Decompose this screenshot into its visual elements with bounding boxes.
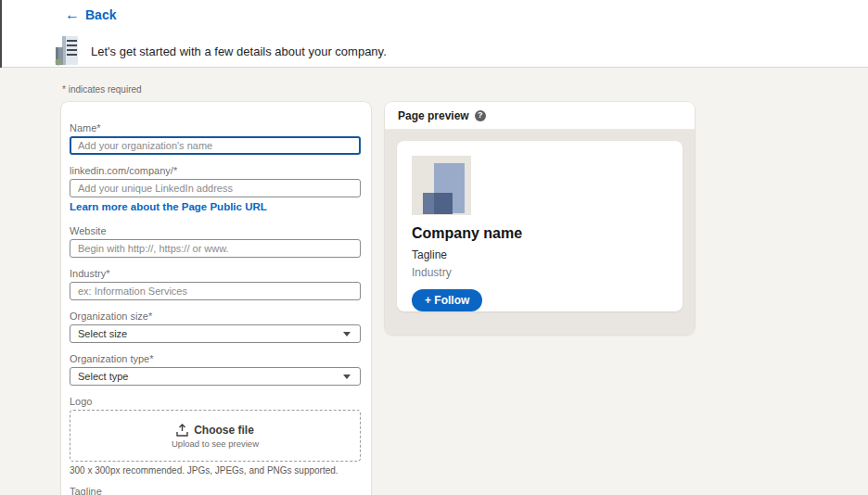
name-label: Name* (70, 122, 361, 133)
preview-body: Company name Tagline Industry + Follow (385, 130, 695, 335)
name-field: Name* (70, 122, 361, 155)
choose-file-button[interactable]: Choose file (194, 424, 254, 437)
chevron-down-icon (343, 332, 351, 336)
organization-size-select[interactable]: Select size (70, 324, 361, 343)
logo-label: Logo (70, 396, 361, 407)
back-arrow-icon: ← (65, 7, 80, 22)
organization-size-label: Organization size* (70, 311, 361, 322)
industry-input[interactable] (70, 282, 361, 300)
back-label: Back (85, 7, 116, 22)
upload-hint: Upload to see preview (172, 438, 259, 449)
back-button[interactable]: ← Back (65, 7, 116, 22)
logo-helper-text: 300 x 300px recommended. JPGs, JPEGs, an… (70, 465, 361, 476)
window-edge (0, 0, 2, 68)
organization-size-field: Organization size* Select size (70, 311, 361, 343)
logo-upload-dropzone[interactable]: Choose file Upload to see preview (70, 410, 361, 462)
logo-shape-overlap (434, 193, 453, 214)
industry-label: Industry* (70, 268, 361, 279)
company-building-icon (54, 35, 80, 67)
tagline-field: Tagline (70, 486, 361, 495)
logo-field: Logo Choose file Upload to see preview 3… (70, 396, 361, 476)
linkedin-url-field: linkedin.com/company/* (70, 165, 361, 197)
industry-field: Industry* (70, 268, 361, 300)
linkedin-url-input[interactable] (70, 179, 361, 197)
required-note: * indicates required (62, 84, 142, 95)
website-field: Website (70, 225, 361, 258)
organization-type-select[interactable]: Select type (70, 367, 361, 386)
organization-type-value: Select type (78, 371, 128, 382)
linkedin-url-label: linkedin.com/company/* (70, 165, 361, 176)
preview-title: Page preview (398, 109, 469, 122)
follow-button[interactable]: + Follow (412, 289, 482, 311)
upload-icon (176, 424, 188, 437)
organization-type-field: Organization type* Select type (70, 353, 361, 386)
preview-industry: Industry (412, 266, 668, 279)
website-label: Website (70, 225, 361, 236)
preview-header: Page preview ? (385, 102, 695, 130)
company-details-form: Name* linkedin.com/company/* Learn more … (61, 102, 371, 495)
public-url-link[interactable]: Learn more about the Page Public URL (70, 201, 267, 212)
company-preview-card: Company name Tagline Industry + Follow (397, 141, 683, 311)
name-input[interactable] (70, 136, 361, 155)
page-preview-panel: Page preview ? Company name Tagline Indu… (385, 102, 695, 335)
tagline-label: Tagline (70, 486, 361, 495)
preview-company-name: Company name (412, 225, 668, 242)
page-title: Let's get started with a few details abo… (91, 44, 387, 58)
organization-size-value: Select size (78, 328, 127, 339)
website-input[interactable] (70, 239, 361, 258)
help-icon[interactable]: ? (475, 110, 486, 121)
company-logo-placeholder (412, 156, 471, 215)
header-row: Let's get started with a few details abo… (54, 35, 387, 67)
preview-tagline: Tagline (412, 248, 668, 261)
top-header: ← Back Let's get started with a few deta… (0, 0, 868, 68)
chevron-down-icon (343, 374, 351, 379)
organization-type-label: Organization type* (70, 353, 361, 364)
